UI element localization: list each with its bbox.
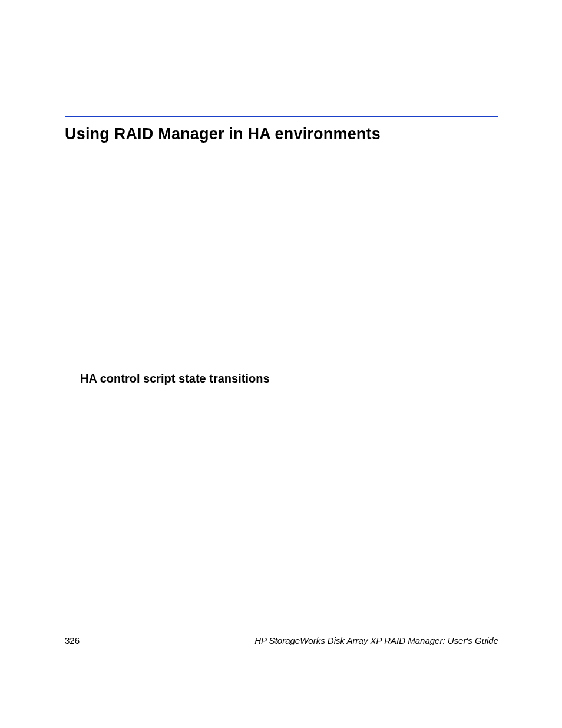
section-heading: HA control script state transitions: [80, 372, 270, 386]
document-page: Using RAID Manager in HA environments HA…: [0, 0, 562, 728]
page-number: 326: [65, 635, 80, 645]
document-title: HP StorageWorks Disk Array XP RAID Manag…: [254, 635, 498, 645]
footer-rule: [65, 630, 498, 630]
section-rule: [65, 116, 498, 117]
chapter-heading: Using RAID Manager in HA environments: [65, 125, 381, 143]
